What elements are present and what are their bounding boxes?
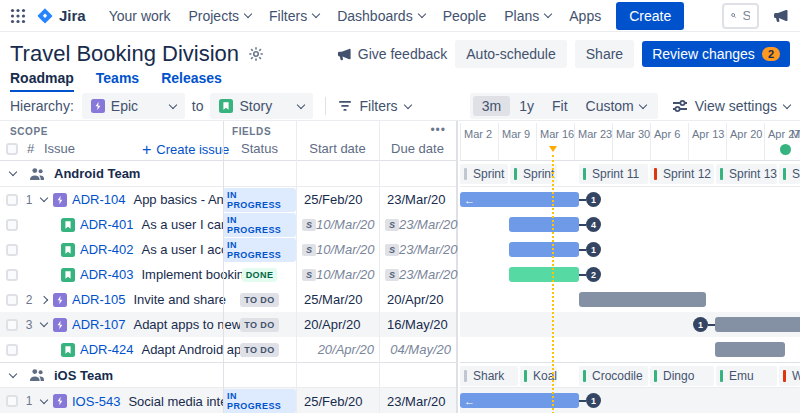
sprint-band[interactable]: Shark (460, 366, 518, 386)
issue-key[interactable]: ADR-105 (72, 292, 125, 307)
gantt-bar[interactable]: ← (460, 393, 579, 408)
nav-dashboards[interactable]: Dashboards (337, 8, 425, 24)
gantt-bar[interactable] (715, 317, 800, 332)
issue-row-adr-105[interactable]: 2 ADR-105 Invite and share TO DO 25/Mar/… (0, 287, 456, 312)
create-button[interactable]: Create (616, 2, 684, 30)
due-date[interactable]: 16/May/20 (379, 317, 448, 332)
app-switcher-icon[interactable] (10, 8, 26, 24)
search-input[interactable] (743, 8, 751, 23)
sprint-band[interactable]: Sprint 10 (510, 164, 557, 184)
status-badge[interactable]: IN PROGRESS (223, 238, 296, 262)
issue-row-adr-403[interactable]: ADR-403 Implement booking... DONE S10/Ma… (0, 262, 456, 287)
fields-more-icon[interactable]: ••• (430, 123, 446, 137)
zoom-3m[interactable]: 3m (473, 96, 510, 116)
start-date[interactable]: 10/Mar/20 (316, 217, 380, 232)
issue-row-adr-107[interactable]: 3 ADR-107 Adapt apps to new pa... TO DO … (0, 312, 456, 337)
nav-apps[interactable]: Apps (569, 8, 601, 24)
start-date[interactable]: 25/Feb/20 (296, 192, 363, 207)
issue-key[interactable]: IOS-543 (72, 394, 120, 409)
row-checkbox[interactable] (6, 319, 18, 331)
gantt-bar[interactable] (509, 217, 579, 232)
due-date[interactable]: 23/Mar/20 (379, 192, 446, 207)
create-issue-button[interactable]: +Create issue (142, 142, 229, 157)
row-checkbox[interactable] (6, 269, 18, 281)
tab-teams[interactable]: Teams (96, 70, 139, 92)
tab-roadmap[interactable]: Roadmap (10, 70, 74, 92)
row-checkbox[interactable] (6, 194, 18, 206)
sprint-band[interactable]: Spr (779, 164, 800, 184)
issue-key[interactable]: ADR-107 (72, 317, 125, 332)
due-date[interactable]: 20/Apr/20 (379, 292, 443, 307)
start-date[interactable]: 25/Mar/20 (296, 292, 363, 307)
zoom-custom[interactable]: Custom (577, 96, 655, 116)
status-badge[interactable]: TO DO (240, 318, 278, 332)
chevron-down-icon[interactable] (38, 323, 50, 326)
nav-projects[interactable]: Projects (188, 8, 251, 24)
gantt-bar[interactable] (509, 242, 579, 257)
issue-row-ios-543[interactable]: 1 IOS-543 Social media integration IN PR… (0, 388, 456, 413)
select-all-checkbox[interactable] (6, 143, 18, 155)
start-date[interactable]: 10/Mar/20 (316, 267, 380, 282)
global-search[interactable] (722, 3, 759, 29)
issue-key[interactable]: ADR-104 (72, 192, 125, 207)
sprint-band[interactable]: Sprint 11 (579, 164, 648, 184)
zoom-1y[interactable]: 1y (510, 96, 543, 116)
start-date[interactable]: 25/Feb/20 (296, 394, 363, 409)
share-button[interactable]: Share (575, 40, 634, 68)
auto-schedule-button[interactable]: Auto-schedule (455, 40, 567, 68)
announcement-icon[interactable] (773, 8, 789, 24)
issue-row-adr-402[interactable]: ADR-402 As a user I access... IN PROGRES… (0, 237, 456, 262)
issue-row-adr-424[interactable]: ADR-424 Adapt Android app... TO DO 20/Ap… (0, 337, 456, 362)
issue-key[interactable]: ADR-402 (80, 242, 133, 257)
row-checkbox[interactable] (6, 219, 18, 231)
sprint-band[interactable]: Dingo (650, 366, 714, 386)
status-badge[interactable]: DONE (242, 268, 278, 282)
issue-key[interactable]: ADR-403 (80, 267, 133, 282)
due-date[interactable]: 23/Mar/20 (399, 267, 463, 282)
start-date[interactable]: 10/Mar/20 (316, 242, 380, 257)
review-changes-button[interactable]: Review changes 2 (642, 41, 790, 67)
sprint-band[interactable]: Emu (716, 366, 777, 386)
issue-row-adr-104[interactable]: 1 ADR-104 App basics - Android IN PROGRE… (0, 187, 456, 212)
nav-filters[interactable]: Filters (269, 8, 319, 24)
nav-plans[interactable]: Plans (504, 8, 551, 24)
status-badge[interactable]: IN PROGRESS (223, 213, 296, 237)
nav-people[interactable]: People (443, 8, 487, 24)
issue-key[interactable]: ADR-424 (80, 342, 133, 357)
issue-row-adr-401[interactable]: ADR-401 As a user I can log... IN PROGRE… (0, 212, 456, 237)
zoom-fit[interactable]: Fit (543, 96, 577, 116)
sprint-band[interactable]: Crocodile (579, 366, 648, 386)
row-checkbox[interactable] (6, 344, 18, 356)
status-badge[interactable]: IN PROGRESS (223, 188, 296, 212)
hierarchy-to-select[interactable]: Story (210, 93, 313, 119)
chevron-down-icon[interactable] (10, 374, 16, 377)
filters-button[interactable]: Filters (338, 98, 410, 114)
row-checkbox[interactable] (6, 244, 18, 256)
nav-your-work[interactable]: Your work (109, 8, 171, 24)
due-date[interactable]: 23/Mar/20 (399, 242, 463, 257)
release-marker-icon[interactable] (780, 144, 791, 155)
gantt-bar[interactable] (509, 267, 579, 282)
due-date[interactable]: 23/Mar/20 (379, 394, 446, 409)
group-row-ios-team[interactable]: iOS Team (0, 362, 456, 388)
chevron-down-icon[interactable] (38, 198, 50, 201)
status-badge[interactable]: TO DO (240, 293, 278, 307)
status-badge[interactable]: IN PROGRESS (223, 389, 296, 413)
tab-releases[interactable]: Releases (161, 70, 222, 92)
row-checkbox[interactable] (6, 395, 18, 407)
jira-logo[interactable]: Jira (36, 7, 86, 25)
sprint-band[interactable]: Sprint 12 (650, 164, 714, 184)
group-row-android-team[interactable]: Android Team (0, 161, 456, 187)
start-date[interactable]: 20/Apr/20 (296, 342, 379, 357)
row-checkbox[interactable] (6, 294, 18, 306)
gantt-bar[interactable]: ← (460, 192, 579, 207)
due-date[interactable]: 23/Mar/20 (399, 217, 463, 232)
chevron-right-icon[interactable] (38, 297, 50, 303)
view-settings-button[interactable]: View settings (672, 98, 790, 114)
due-date[interactable]: 04/May/20 (379, 342, 456, 357)
sprint-band[interactable]: Wo (779, 366, 800, 386)
chevron-down-icon[interactable] (10, 172, 16, 175)
sprint-band[interactable]: Sprint 9 (460, 164, 508, 184)
plan-settings-gear-icon[interactable] (248, 46, 264, 62)
issue-key[interactable]: ADR-401 (80, 217, 133, 232)
